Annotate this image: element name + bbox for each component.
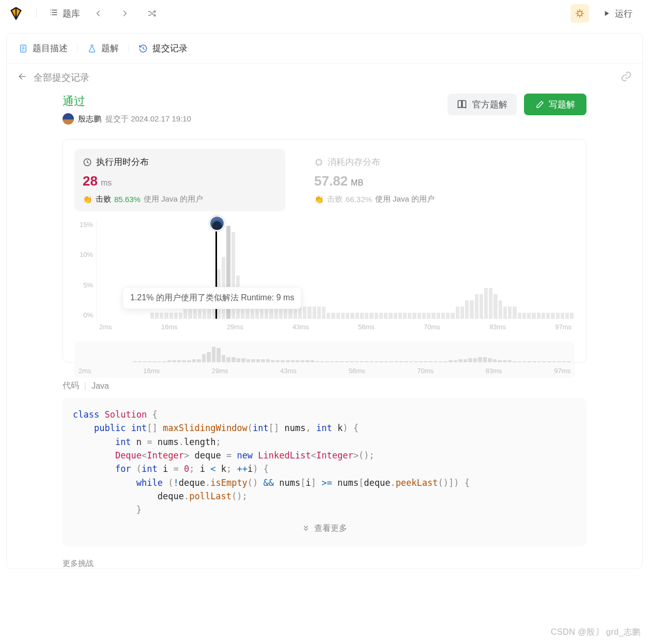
code-section: 代码|Java class Solution { public int[] ma… [63,380,586,546]
status-row: 通过 殷志鹏 提交于 2024.02.17 19:10 官方题解 写题解 [63,94,586,125]
problems-label: 题库 [63,8,80,20]
status-badge: 通过 [63,94,191,109]
tab-submissions[interactable]: 提交记录 [136,39,190,57]
shuffle-button[interactable] [143,5,161,22]
tab-description[interactable]: 题目描述 [16,39,70,57]
show-more-button[interactable]: 查看更多 [73,517,576,537]
memory-value: 57.82 [314,173,348,189]
watermark: CSDN @殷丿 grd_志鹏 [551,627,641,638]
svg-rect-3 [317,160,321,164]
flask-icon [87,43,97,54]
main-panel: 题目描述 题解 提交记录 全部提交记录 通过 殷志鹏 提交于 2024.02.1… [6,33,643,569]
book-icon [457,99,467,110]
prev-button[interactable] [89,5,107,22]
runtime-value: 28 [83,173,98,189]
back-button[interactable] [17,71,27,84]
chart-marker-avatar [209,216,225,231]
official-solution-button[interactable]: 官方题解 [447,94,517,115]
history-icon [138,43,148,54]
next-button[interactable] [116,5,134,22]
chip-icon [314,158,323,167]
avatar[interactable] [63,113,74,125]
logo[interactable] [8,6,24,21]
play-icon [602,9,611,18]
list-icon [49,8,58,20]
runtime-beat-pct: 85.63% [114,195,141,204]
runtime-tab[interactable]: 执行用时分布 28ms 👏击败 85.63% 使用 Java 的用户 [74,149,285,211]
run-button[interactable]: 运行 [594,5,641,23]
mini-chart[interactable]: 2ms16ms29ms43ms56ms70ms83ms97ms [74,342,575,378]
code-content: class Solution { public int[] maxSliding… [73,408,576,517]
code-label: 代码 [63,380,79,391]
runtime-chart: 15%10%5%0% 1.21% 的用户使用了类似解法 Runtime: 9 m… [74,221,575,355]
memory-tab[interactable]: 消耗内存分布 57.82MB 👏击败 66.32% 使用 Java 的用户 [306,149,517,211]
memory-beat-pct: 66.32% [346,195,372,204]
username[interactable]: 殷志鹏 [78,114,101,124]
sub-header: 全部提交记录 [7,64,642,91]
problems-link[interactable]: 题库 [49,8,80,20]
clock-icon [83,158,92,167]
code-lang: Java [91,381,109,391]
topbar: 题库 运行 [0,0,649,27]
next-challenge: 更多挑战 [63,559,586,569]
run-label: 运行 [615,8,632,20]
link-icon[interactable] [621,71,632,84]
all-submissions-title: 全部提交记录 [34,71,89,84]
chart-tooltip: 1.21% 的用户使用了类似解法 Runtime: 9 ms [122,287,302,309]
write-solution-button[interactable]: 写题解 [524,94,586,115]
doc-icon [18,43,28,54]
submitted-at: 2024.02.17 19:10 [131,114,191,123]
tab-solution[interactable]: 题解 [85,39,121,57]
clap-icon: 👏 [83,195,92,204]
performance-card: 执行用时分布 28ms 👏击败 85.63% 使用 Java 的用户 消耗内存分… [63,139,586,363]
code-box: class Solution { public int[] maxSliding… [63,398,586,546]
edit-icon [535,100,545,109]
tabs: 题目描述 题解 提交记录 [7,34,642,64]
chevron-down-icon [302,524,310,532]
debug-button[interactable] [570,4,589,23]
svg-point-0 [578,11,582,16]
clap-icon: 👏 [314,195,324,204]
